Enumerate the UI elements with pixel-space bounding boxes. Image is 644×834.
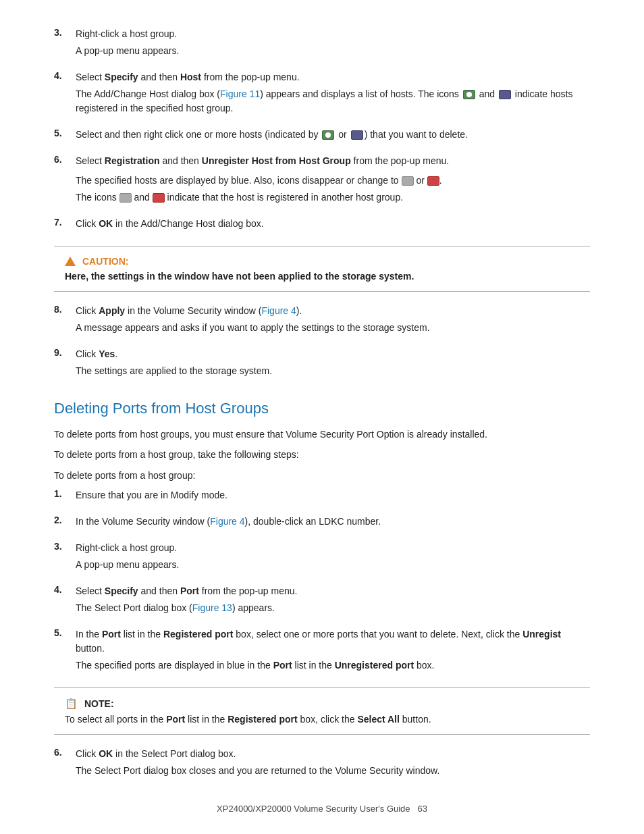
host-icon-red1 bbox=[427, 176, 439, 186]
section-step-content-1: Ensure that you are in Modify mode. bbox=[76, 488, 590, 505]
host-icon-4 bbox=[351, 130, 363, 140]
steps-section: 1. Ensure that you are in Modify mode. 2… bbox=[54, 488, 590, 675]
note-label: NOTE: bbox=[84, 698, 114, 709]
step-4: 4. Select Specify and then Host from the… bbox=[54, 70, 590, 118]
step-5: 5. Select and then right click one or mo… bbox=[54, 128, 590, 145]
host-icon-1 bbox=[463, 90, 475, 99]
section-step-main-2: In the Volume Security window (Figure 4)… bbox=[76, 515, 590, 529]
step-sub-8: A message appears and asks if you want t… bbox=[76, 321, 590, 335]
section-step-6: 6. Click OK in the Select Port dialog bo… bbox=[54, 747, 590, 781]
section-step-1: 1. Ensure that you are in Modify mode. bbox=[54, 488, 590, 505]
section-step-content-2: In the Volume Security window (Figure 4)… bbox=[76, 515, 590, 531]
step-content-9: Click Yes. The settings are applied to t… bbox=[76, 347, 590, 381]
section-step-main-1: Ensure that you are in Modify mode. bbox=[76, 488, 590, 502]
section-step-num-2: 2. bbox=[54, 515, 76, 525]
step-num-3: 3. bbox=[54, 27, 76, 38]
step-main-3: Right-click a host group. bbox=[76, 27, 590, 41]
section-step-sub-3: A pop-up menu appears. bbox=[76, 558, 590, 572]
step-num-4: 4. bbox=[54, 70, 76, 81]
step-main-4: Select Specify and then Host from the po… bbox=[76, 70, 590, 84]
section-step-main-6: Click OK in the Select Port dialog box. bbox=[76, 747, 590, 761]
step-main-6: Select Registration and then Unregister … bbox=[76, 154, 590, 168]
footer-page: 63 bbox=[417, 804, 427, 814]
steps-top: 3. Right-click a host group. A pop-up me… bbox=[54, 27, 590, 234]
step-6: 6. Select Registration and then Unregist… bbox=[54, 154, 590, 207]
section-step-3: 3. Right-click a host group. A pop-up me… bbox=[54, 541, 590, 575]
step-num-7: 7. bbox=[54, 217, 76, 228]
figure-11-link[interactable]: Figure 11 bbox=[220, 88, 260, 99]
caution-label: CAUTION: bbox=[82, 256, 128, 267]
note-title: 📋 NOTE: bbox=[65, 698, 579, 710]
section-step-num-1: 1. bbox=[54, 488, 76, 499]
section-step-sub-6: The Select Port dialog box closes and yo… bbox=[76, 764, 590, 778]
step-sub-4: The Add/Change Host dialog box (Figure 1… bbox=[76, 87, 590, 115]
step-sub-6a: The specified hosts are displayed by blu… bbox=[76, 174, 590, 188]
steps-after-note: 6. Click OK in the Select Port dialog bo… bbox=[54, 747, 590, 781]
step-num-6: 6. bbox=[54, 154, 76, 165]
caution-triangle-icon bbox=[65, 257, 76, 266]
section-step-content-4: Select Specify and then Port from the po… bbox=[76, 584, 590, 618]
section-heading: Deleting Ports from Host Groups bbox=[54, 400, 590, 417]
step-sub-9: The settings are applied to the storage … bbox=[76, 364, 590, 378]
note-box: 📋 NOTE: To select all ports in the Port … bbox=[54, 687, 590, 735]
figure-4-link-1[interactable]: Figure 4 bbox=[261, 305, 296, 316]
section-step-num-4: 4. bbox=[54, 584, 76, 595]
step-7: 7. Click OK in the Add/Change Host dialo… bbox=[54, 217, 590, 234]
step-content-4: Select Specify and then Host from the po… bbox=[76, 70, 590, 118]
page-footer: XP24000/XP20000 Volume Security User's G… bbox=[0, 804, 644, 814]
figure-4-link-2[interactable]: Figure 4 bbox=[210, 516, 244, 527]
step-sub-6b: The icons and indicate that the host is … bbox=[76, 190, 590, 205]
section-step-num-3: 3. bbox=[54, 541, 76, 552]
steps-mid: 8. Click Apply in the Volume Security wi… bbox=[54, 304, 590, 381]
section-step-main-5: In the Port list in the Registered port … bbox=[76, 627, 590, 656]
host-icon-grey2 bbox=[119, 193, 132, 203]
section-step-main-3: Right-click a host group. bbox=[76, 541, 590, 555]
step-main-5: Select and then right click one or more … bbox=[76, 128, 590, 142]
host-icon-2 bbox=[499, 90, 511, 99]
step-main-7: Click OK in the Add/Change Host dialog b… bbox=[76, 217, 590, 231]
caution-box: CAUTION: Here, the settings in the windo… bbox=[54, 246, 590, 292]
intro-line-2: To delete ports from a host group, take … bbox=[54, 447, 590, 462]
note-icon: 📋 bbox=[65, 698, 78, 710]
section-step-num-6: 6. bbox=[54, 747, 76, 758]
section-step-content-6: Click OK in the Select Port dialog box. … bbox=[76, 747, 590, 781]
section-step-num-5: 5. bbox=[54, 627, 76, 638]
step-8: 8. Click Apply in the Volume Security wi… bbox=[54, 304, 590, 338]
step-9: 9. Click Yes. The settings are applied t… bbox=[54, 347, 590, 381]
host-icon-red2 bbox=[153, 193, 165, 203]
step-content-8: Click Apply in the Volume Security windo… bbox=[76, 304, 590, 338]
step-content-6: Select Registration and then Unregister … bbox=[76, 154, 590, 207]
section-step-5: 5. In the Port list in the Registered po… bbox=[54, 627, 590, 675]
step-num-8: 8. bbox=[54, 304, 76, 315]
caution-title: CAUTION: bbox=[65, 256, 579, 267]
step-content-5: Select and then right click one or more … bbox=[76, 128, 590, 145]
host-icon-3 bbox=[322, 130, 334, 140]
step-main-8: Click Apply in the Volume Security windo… bbox=[76, 304, 590, 318]
section-step-content-5: In the Port list in the Registered port … bbox=[76, 627, 590, 675]
section-step-content-3: Right-click a host group. A pop-up menu … bbox=[76, 541, 590, 575]
host-icon-grey1 bbox=[402, 176, 414, 186]
step-num-5: 5. bbox=[54, 128, 76, 138]
caution-text: Here, the settings in the window have no… bbox=[65, 271, 579, 282]
section-step-sub-4: The Select Port dialog box (Figure 13) a… bbox=[76, 601, 590, 615]
intro-line-3: To delete ports from a host group: bbox=[54, 468, 590, 483]
step-3: 3. Right-click a host group. A pop-up me… bbox=[54, 27, 590, 61]
section-step-sub-5: The specified ports are displayed in blu… bbox=[76, 658, 590, 673]
step-content-7: Click OK in the Add/Change Host dialog b… bbox=[76, 217, 590, 234]
step-sub-3: A pop-up menu appears. bbox=[76, 44, 590, 58]
section-step-4: 4. Select Specify and then Port from the… bbox=[54, 584, 590, 618]
figure-13-link[interactable]: Figure 13 bbox=[192, 602, 232, 613]
section-step-2: 2. In the Volume Security window (Figure… bbox=[54, 515, 590, 531]
footer-text: XP24000/XP20000 Volume Security User's G… bbox=[217, 804, 410, 814]
intro-line-1: To delete ports from host groups, you mu… bbox=[54, 427, 590, 442]
step-num-9: 9. bbox=[54, 347, 76, 358]
note-text: To select all ports in the Port list in … bbox=[65, 714, 579, 725]
step-content-3: Right-click a host group. A pop-up menu … bbox=[76, 27, 590, 61]
step-main-9: Click Yes. bbox=[76, 347, 590, 361]
section-step-main-4: Select Specify and then Port from the po… bbox=[76, 584, 590, 598]
